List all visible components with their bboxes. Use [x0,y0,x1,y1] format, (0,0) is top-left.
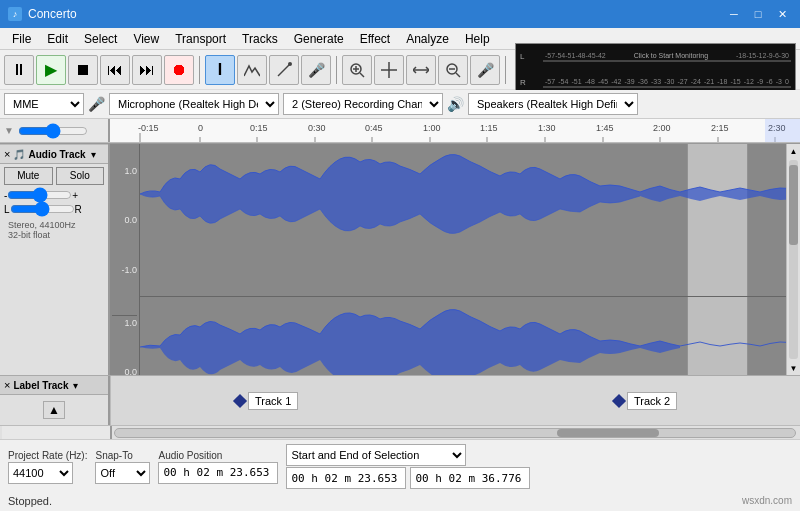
minimize-button[interactable]: ─ [724,4,744,24]
record-button[interactable]: ⏺ [164,55,194,85]
selection-type-select[interactable]: Start and End of Selection [286,444,466,466]
close-button[interactable]: ✕ [772,4,792,24]
maximize-button[interactable]: □ [748,4,768,24]
menu-file[interactable]: File [4,30,39,48]
svg-text:0: 0 [198,123,203,133]
scroll-up-btn[interactable]: ▲ [787,144,800,158]
gain-slider[interactable] [7,189,72,201]
pan-slider[interactable] [10,203,75,215]
svg-text:1:00: 1:00 [423,123,441,133]
mute-button[interactable]: Mute [4,167,53,185]
snap-to-select[interactable]: Off [95,462,150,484]
stopped-status: Stopped. [8,495,52,507]
audio-pos-group: Audio Position [158,450,278,484]
pause-button[interactable]: ⏸ [4,55,34,85]
vu-bar-top [543,60,791,62]
svg-rect-38 [765,119,800,142]
svg-text:2:00: 2:00 [653,123,671,133]
status-bar: Project Rate (Hz): 44100 Snap-To Off Aud… [0,439,800,511]
svg-text:-0:15: -0:15 [138,123,159,133]
toolbar-transport: ⏸ ▶ ⏹ ⏮ ⏭ ⏺ I 🎤 🎤 [0,50,800,90]
time-shift-button[interactable] [406,55,436,85]
label-track-controls: ▲ [0,395,108,425]
label-diamond-1 [233,393,247,407]
multi-tool-button[interactable] [374,55,404,85]
channels-select[interactable]: 2 (Stereo) Recording Channels [283,93,443,115]
audio-track-close[interactable]: × [4,148,10,160]
svg-text:2:15: 2:15 [711,123,729,133]
menu-tracks[interactable]: Tracks [234,30,286,48]
audio-track-header: × 🎵 Audio Track ▾ [0,144,108,164]
snap-to-group: Snap-To Off [95,450,150,484]
label-track-close[interactable]: × [4,379,10,391]
menu-help[interactable]: Help [457,30,498,48]
draw-tool-button[interactable] [269,55,299,85]
label-track-1: Track 1 [235,392,298,410]
hscroll-thumb[interactable] [557,429,659,437]
play-button[interactable]: ▶ [36,55,66,85]
vu-meter: L -57-54-51-48-45-42Click to Start Monit… [515,43,796,97]
status-row-2: Stopped. wsxdn.com [8,495,792,507]
track-panel-left: × 🎵 Audio Track ▾ Mute Solo - + L [0,144,110,375]
zoom-out-button[interactable] [438,55,468,85]
solo-button[interactable]: Solo [56,167,105,185]
gain-row: - + [4,189,104,201]
db-bot-1: -1.0 [112,265,137,275]
sel-start-input[interactable] [286,467,406,489]
vu-scale-top: -57-54-51-48-45-42Click to Start Monitor… [543,52,791,59]
scroll-thumb[interactable] [789,165,798,245]
zoom-in-button[interactable] [342,55,372,85]
svg-text:1:15: 1:15 [480,123,498,133]
svg-text:0:15: 0:15 [250,123,268,133]
speaker-icon: 🔊 [447,96,464,112]
track-info: Stereo, 44100Hz32-bit float [4,218,104,242]
scroll-down-btn[interactable]: ▼ [787,361,800,375]
project-rate-select[interactable]: 44100 [8,462,73,484]
menu-edit[interactable]: Edit [39,30,76,48]
label-up-btn[interactable]: ▲ [43,401,65,419]
skip-fwd-button[interactable]: ⏭ [132,55,162,85]
audio-track-chevron[interactable]: ▾ [91,149,96,160]
label-track-chevron[interactable]: ▾ [73,380,78,391]
svg-rect-42 [688,297,747,375]
project-rate-label: Project Rate (Hz): [8,450,87,461]
audio-pos-input[interactable] [158,462,278,484]
speaker-select[interactable]: Speakers (Realtek High Definiti [468,93,638,115]
gain-control-slider[interactable] [18,126,88,136]
menu-view[interactable]: View [125,30,167,48]
waveform-svg-bottom [140,297,800,375]
sel-end-input[interactable] [410,467,530,489]
menu-effect[interactable]: Effect [352,30,398,48]
menu-generate[interactable]: Generate [286,30,352,48]
ruler-content: -0:15 0 0:15 0:30 0:45 1:00 1:15 [110,119,800,142]
mic-icon-left: 🎤 [88,96,105,112]
audio-track-name: Audio Track [28,149,85,160]
menu-transport[interactable]: Transport [167,30,234,48]
mic-btn-left[interactable]: 🎤 [301,55,331,85]
menu-analyze[interactable]: Analyze [398,30,457,48]
horizontal-scrollbar[interactable] [0,425,800,439]
pan-right-label: R [75,204,82,215]
vu-scale-bot: -57-54-51-48-45-42-39-36-33-30-27-24-21-… [543,78,791,85]
svg-text:0:30: 0:30 [308,123,326,133]
vertical-scrollbar[interactable]: ▲ ▼ [786,144,800,375]
mic-btn-right[interactable]: 🎤 [470,55,500,85]
db-mid-1: 0.0 [112,215,137,225]
svg-point-1 [288,62,292,66]
separator-2 [336,56,337,84]
hscroll-track [114,428,796,438]
status-row-1: Project Rate (Hz): 44100 Snap-To Off Aud… [8,444,792,489]
envelope-tool-button[interactable] [237,55,267,85]
skip-back-button[interactable]: ⏮ [100,55,130,85]
separator-1 [199,56,200,84]
app-title: Concerto [28,7,77,21]
mic-select[interactable]: Microphone (Realtek High Defini [109,93,279,115]
interface-select[interactable]: MME [4,93,84,115]
select-tool-button[interactable]: I [205,55,235,85]
stop-button[interactable]: ⏹ [68,55,98,85]
waveform-display[interactable] [140,144,800,375]
vu-label-l: L [520,52,540,61]
menu-select[interactable]: Select [76,30,125,48]
audio-track-controls: Mute Solo - + L R Stereo, 44100Hz32-bit … [0,164,108,375]
timeline-spacer: ▼ [0,119,110,142]
